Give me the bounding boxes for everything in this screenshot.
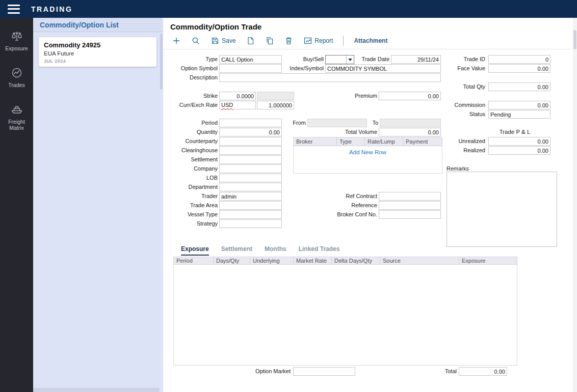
tab-months[interactable]: Months	[265, 245, 286, 256]
department-field[interactable]	[219, 183, 282, 191]
trader-field[interactable]	[219, 192, 282, 201]
company-field[interactable]	[219, 164, 282, 173]
trade-form-panel: Commodity/Option Trade Save	[163, 18, 577, 392]
panel-scrollbar[interactable]	[160, 33, 163, 392]
add-new-row-link[interactable]: Add New Row	[294, 149, 442, 155]
market-rate-col-header: Market Rate	[294, 257, 332, 264]
currency-value: USD	[221, 102, 233, 108]
vessel-type-field[interactable]	[219, 210, 282, 219]
strategy-field[interactable]	[219, 219, 282, 228]
toolbar-separator	[343, 36, 344, 46]
ship-icon	[11, 103, 23, 116]
face-value-field[interactable]	[488, 64, 550, 73]
page-title: Commodity/Option Trade	[170, 22, 261, 31]
clearinghouse-label: Clearinghouse	[164, 146, 218, 155]
tab-linked-trades[interactable]: Linked Trades	[299, 245, 340, 256]
commodity-list-item[interactable]: Commodity 24925 EUA Future JUL 2024	[39, 37, 156, 67]
document-icon	[247, 37, 254, 45]
panel-scrollbar-thumb[interactable]	[160, 34, 163, 90]
broker-conf-no-field[interactable]	[379, 210, 441, 219]
tab-exposure[interactable]: Exposure	[181, 245, 209, 256]
type-col-header: Type	[337, 137, 365, 146]
sidebar: Exposure Trades Freight Matrix	[0, 18, 33, 392]
source-col-header: Source	[380, 257, 459, 264]
copy-button[interactable]	[265, 36, 275, 46]
panel-horizontal-scrollbar[interactable]	[33, 388, 160, 392]
total-field[interactable]	[459, 367, 507, 376]
total-volume-field[interactable]	[379, 128, 441, 136]
premium-field[interactable]	[379, 92, 441, 100]
main-scrollbar[interactable]	[573, 18, 577, 392]
buy-sell-label: Buy/Sell	[292, 55, 324, 64]
description-field[interactable]	[219, 73, 441, 82]
total-qty-field[interactable]	[488, 82, 550, 91]
reference-label: Reference	[335, 201, 377, 210]
status-field[interactable]	[488, 110, 550, 119]
counterparty-field[interactable]	[219, 137, 282, 146]
sidebar-item-trades[interactable]: Trades	[0, 63, 33, 92]
trade-id-field[interactable]	[488, 55, 550, 64]
unrealized-label: Unrealized	[432, 137, 485, 146]
trash-icon	[285, 37, 293, 45]
total-qty-label: Total Qty	[432, 82, 485, 91]
attachment-button[interactable]: Attachment	[353, 36, 388, 45]
sidebar-item-exposure[interactable]: Exposure	[0, 26, 33, 55]
broker-table-header: Broker Type Rate/Lump Payment	[294, 137, 442, 146]
trader-label: Trader	[164, 192, 218, 201]
search-button[interactable]	[191, 36, 201, 46]
option-symbol-field[interactable]	[219, 64, 282, 73]
topbar: TRADING	[0, 0, 577, 18]
sidebar-item-freight-matrix[interactable]: Freight Matrix	[0, 99, 33, 135]
index-symbol-field[interactable]	[325, 64, 441, 73]
broker-conf-no-label: Broker Conf No.	[331, 210, 377, 219]
commission-label: Commission	[432, 101, 485, 109]
to-field	[380, 119, 441, 127]
remarks-field[interactable]	[447, 172, 557, 247]
search-icon	[192, 37, 200, 45]
menu-icon[interactable]	[8, 5, 21, 14]
days-qty-col-header: Days/Qty	[214, 257, 250, 264]
new-document-button[interactable]	[246, 36, 255, 46]
buy-sell-dropdown[interactable]	[325, 55, 354, 64]
department-label: Department	[164, 183, 218, 191]
period-field[interactable]	[219, 119, 282, 127]
ref-contract-field[interactable]	[379, 192, 441, 201]
report-button[interactable]: Report	[303, 36, 334, 46]
option-market-field[interactable]	[293, 367, 355, 376]
save-label: Save	[222, 37, 235, 44]
underlying-col-header: Underlying	[250, 257, 294, 264]
plus-icon	[172, 37, 180, 45]
exposure-table-body	[174, 265, 517, 365]
lob-label: LOB	[164, 174, 218, 182]
main-scrollbar-thumb[interactable]	[573, 30, 576, 49]
total-volume-label: Total Volume	[335, 128, 377, 136]
save-button[interactable]: Save	[210, 36, 237, 46]
report-label: Report	[314, 37, 333, 44]
realized-field[interactable]	[488, 146, 550, 155]
currency-field[interactable]: USD	[219, 101, 256, 109]
app-title: TRADING	[31, 5, 72, 13]
type-field[interactable]	[219, 55, 282, 64]
total-label: Total	[435, 367, 457, 376]
app-window: TRADING Exposure Trades Freight Matrix C…	[0, 0, 577, 392]
commodity-subtitle: EUA Future	[44, 50, 151, 57]
exposure-col-header: Exposure	[459, 257, 517, 264]
commodity-period: JUL 2024	[44, 59, 151, 64]
trade-area-label: Trade Area	[164, 201, 218, 210]
exch-rate-field[interactable]	[257, 101, 294, 109]
quantity-field[interactable]	[219, 128, 282, 136]
settlement-field[interactable]	[219, 155, 282, 164]
delete-button[interactable]	[284, 36, 294, 46]
broker-table: Broker Type Rate/Lump Payment Add New Ro…	[293, 137, 442, 174]
broker-col-header: Broker	[294, 137, 337, 146]
tab-settlement[interactable]: Settlement	[221, 245, 252, 256]
period-label: Period	[164, 119, 218, 127]
trade-area-field[interactable]	[219, 201, 282, 210]
commission-field[interactable]	[488, 101, 550, 109]
add-button[interactable]	[171, 36, 181, 46]
lob-field[interactable]	[219, 174, 282, 182]
reference-field[interactable]	[379, 201, 441, 210]
unrealized-field[interactable]	[488, 137, 550, 146]
clearinghouse-field[interactable]	[219, 146, 282, 155]
strike-field[interactable]	[219, 92, 256, 100]
